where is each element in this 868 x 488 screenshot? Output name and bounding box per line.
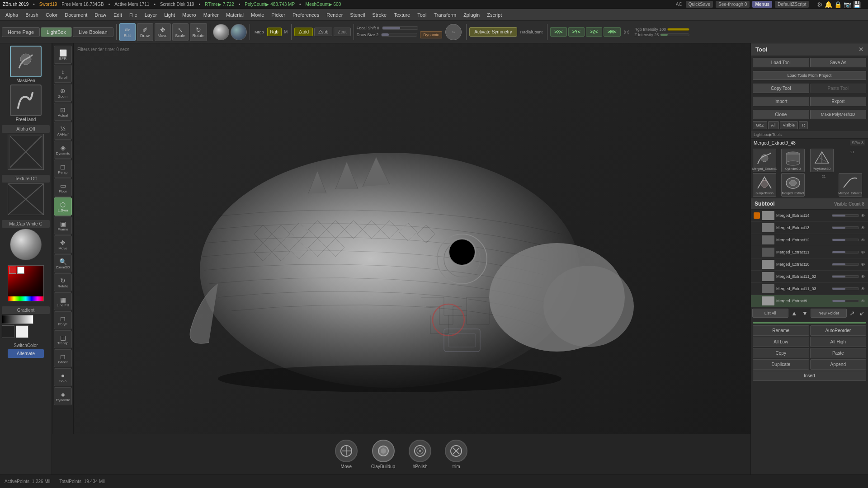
menu-stroke[interactable]: Stroke [368, 11, 390, 19]
export-btn[interactable]: Export [810, 97, 867, 106]
menu-layer[interactable]: Layer [141, 11, 161, 19]
rotate-btn[interactable]: ↻ Rotate [190, 23, 208, 41]
quicksave-btn[interactable]: QuickSave [686, 1, 713, 8]
focal-shift-track[interactable] [382, 26, 418, 30]
rgb-intensity-track[interactable] [667, 28, 689, 31]
tool-merged-extract-s2[interactable]: Merged_Extracts [839, 173, 862, 197]
move-btn[interactable]: ✥ Move [155, 23, 171, 41]
menu-document[interactable]: Document [61, 11, 91, 19]
menu-transform[interactable]: Transform [430, 11, 460, 19]
matcap-label[interactable]: MatCap White C [2, 220, 50, 228]
tool-simplebrush[interactable]: SimpleBrush [753, 173, 776, 197]
light-color-box[interactable] [16, 325, 28, 338]
duplicate-btn[interactable]: Duplicate [753, 359, 809, 370]
all-high-btn[interactable]: All High [810, 337, 867, 347]
lsym-btn[interactable]: ⬡ L.Sym [54, 197, 72, 216]
persp-btn[interactable]: ◻ Persp [54, 160, 72, 178]
frame-btn[interactable]: ▣ Frame [54, 216, 72, 235]
save-as-btn[interactable]: Save As [810, 58, 867, 67]
panel-close-icon[interactable]: ✕ [859, 46, 863, 53]
color-picker[interactable] [8, 265, 44, 301]
visible-btn[interactable]: Visible [780, 121, 798, 129]
brush-freehand[interactable]: FreeHand [5, 84, 46, 122]
subtool-eye-11-03[interactable]: 👁 [861, 286, 865, 291]
tab-live-boolean[interactable]: Live Boolean [73, 27, 113, 37]
gradient-label[interactable]: Gradient [2, 306, 50, 314]
alpha-off-label[interactable]: Alpha Off [2, 125, 50, 133]
zcut-btn[interactable]: Zcut [334, 28, 350, 36]
subtool-eye-12[interactable]: 👁 [861, 238, 865, 243]
draw-btn[interactable]: ✐ Draw [137, 23, 153, 41]
subtool-slider-13[interactable] [832, 226, 859, 229]
load-from-project-btn[interactable]: Load Tools From Project [753, 71, 866, 80]
tool-cylinder3d[interactable]: Cylinder3D [781, 149, 805, 172]
subtool-slider-11[interactable] [832, 251, 859, 253]
z-intensity-track[interactable] [660, 33, 689, 36]
viewport-canvas[interactable] [74, 43, 750, 474]
menu-stencil[interactable]: Stencil [346, 11, 368, 19]
zadd-btn[interactable]: Zadd [294, 28, 313, 36]
subtool-item-11[interactable]: Merged_Extract11 👁 [751, 246, 868, 258]
r-goz-label[interactable]: R [799, 121, 808, 129]
texture-preview[interactable] [8, 183, 44, 215]
folder-down-arrow[interactable]: ↙ [858, 309, 867, 318]
menu-material[interactable]: Material [222, 11, 247, 19]
zsub-btn[interactable]: Zsub [314, 28, 332, 36]
see-through-btn[interactable]: See-through 0 [716, 1, 750, 8]
subtool-item-14[interactable]: Merged_Extract14 👁 [751, 210, 868, 222]
menu-picker[interactable]: Picker [268, 11, 289, 19]
subtool-item-10[interactable]: Merged_Extract10 👁 [751, 258, 868, 271]
stroke-preview[interactable] [231, 24, 247, 40]
brush-size-circle[interactable]: S [445, 24, 462, 40]
alternate-btn[interactable]: Alternate [8, 349, 44, 358]
tab-home[interactable]: Home Page [2, 27, 40, 37]
new-folder-btn[interactable]: New Folder [811, 309, 847, 318]
all-low-btn[interactable]: All Low [753, 337, 809, 347]
tool-merged-extract-s[interactable]: Merged_ExtractS [753, 149, 776, 172]
edit-btn[interactable]: ✏ Edit [119, 23, 136, 41]
dark-color-box[interactable] [2, 325, 14, 338]
subtool-eye-13[interactable]: 👁 [861, 225, 865, 230]
load-tool-btn[interactable]: Load Tool [753, 58, 809, 67]
subtool-item-9[interactable]: Merged_Extract9 👁 [751, 295, 868, 307]
subtool-slider-14[interactable] [832, 214, 859, 217]
list-up-arrow[interactable]: ▲ [789, 309, 799, 318]
bottom-brush-move[interactable]: Move [335, 440, 358, 469]
auto-reorder-btn[interactable]: AutoReorder [810, 325, 867, 336]
aahalf-btn[interactable]: ½ AAHalf [54, 122, 72, 140]
menu-macro[interactable]: Macro [179, 11, 200, 19]
subtool-eye-10[interactable]: 👁 [861, 262, 865, 267]
subtool-item-11-03[interactable]: Merged_Extract11_03 👁 [751, 283, 868, 295]
x-axis-btn[interactable]: >X< [550, 27, 566, 37]
scroll-btn[interactable]: ↕ Scroll [54, 65, 72, 83]
copy-tool-btn[interactable]: Copy Tool [753, 84, 809, 93]
linefill-btn[interactable]: ▦ Line Fill [54, 292, 72, 310]
subtool-slider-12[interactable] [832, 239, 859, 241]
list-all-btn[interactable]: List All [752, 309, 788, 318]
scale-btn[interactable]: ⤡ Scale [172, 23, 189, 41]
subtool-item-13[interactable]: Merged_Extract13 👁 [751, 222, 868, 234]
copy-btn[interactable]: Copy [753, 348, 809, 358]
goz-btn[interactable]: GoZ [753, 121, 767, 129]
zoom-btn[interactable]: ⊕ Zoom [54, 84, 72, 102]
menu-texture[interactable]: Texture [390, 11, 414, 19]
menu-render[interactable]: Render [323, 11, 346, 19]
bottom-brush-trim[interactable]: trim [445, 440, 467, 469]
brush-maskpen[interactable]: MaskPen [5, 46, 46, 83]
menu-draw[interactable]: Draw [91, 11, 110, 19]
tool-polymesh3d[interactable]: PolyMesh3D [810, 149, 834, 172]
lightbox-tools-row[interactable]: Lightbox▶Tools [751, 131, 868, 139]
menu-marker[interactable]: Marker [200, 11, 222, 19]
move-nav-btn[interactable]: ✥ Move [54, 235, 72, 253]
z-axis-btn[interactable]: >Z< [586, 27, 602, 37]
paste-btn[interactable]: Paste [810, 348, 867, 358]
menu-tool[interactable]: Tool [414, 11, 430, 19]
append-btn[interactable]: Append [810, 359, 867, 370]
actual-btn[interactable]: ⊡ Actual [54, 103, 72, 121]
make-polymesh-btn[interactable]: Make PolyMesh3D [810, 110, 867, 119]
subtool-item-11-02[interactable]: Merged_Extract11_02 👁 [751, 271, 868, 283]
draw-size-track[interactable] [381, 33, 417, 37]
bottom-brush-claybuildup[interactable]: ClayBuildup [371, 440, 395, 469]
texture-off-label[interactable]: Texture Off [2, 175, 50, 183]
dynamic-nav-btn[interactable]: ◈ Dynamic [54, 141, 72, 159]
